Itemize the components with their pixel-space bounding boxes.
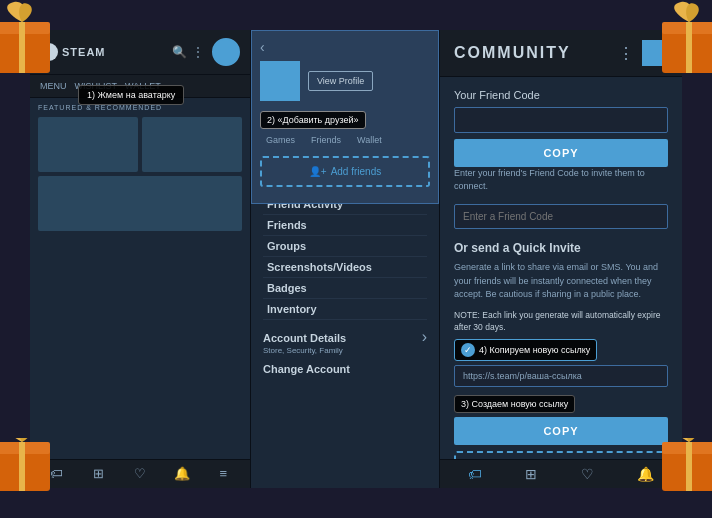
annotation-tooltip-4: ✓ 4) Копируем новую ссылку <box>454 339 597 361</box>
account-sub-label: Store, Security, Family <box>263 346 427 355</box>
nav-account[interactable]: Account Details › Store, Security, Famil… <box>259 324 431 359</box>
ptab-games[interactable]: Games <box>260 133 301 148</box>
community-panel: COMMUNITY ⋮ Your Friend Code COPY Enter … <box>440 30 682 488</box>
add-friends-icon: 👤+ <box>309 166 327 177</box>
featured-images <box>38 117 242 231</box>
bottom-menu-icon[interactable]: ≡ <box>215 466 231 482</box>
menu-item-menu[interactable]: MENU <box>36 79 71 93</box>
main-wrapper: STEAM 🔍 ⋮ MENU WISHLIST WALLET 1) Жмем н… <box>30 30 682 488</box>
friend-code-label: Your Friend Code <box>454 89 668 101</box>
note-prefix: NOTE: Each link <box>454 310 519 320</box>
quick-invite-section: Or send a Quick Invite Generate a link t… <box>454 241 668 459</box>
steam-avatar[interactable] <box>212 38 240 66</box>
annotation-4-text: 4) Копируем новую ссылку <box>479 345 590 355</box>
featured-img-2 <box>142 117 242 172</box>
profile-dropdown: ‹ View Profile 2) «Добавить друзей» Game… <box>251 30 439 204</box>
search-icon[interactable]: 🔍 <box>172 45 186 59</box>
annotation-tooltip-1: 1) Жмем на аватарку <box>78 85 184 105</box>
community-bottom-bar: 🏷 ⊞ ♡ 🔔 <box>440 459 682 488</box>
nav-item-groups[interactable]: Groups <box>263 236 427 257</box>
friend-code-section: Your Friend Code COPY Enter your friend'… <box>454 89 668 229</box>
bottom-tag-icon[interactable]: 🏷 <box>49 466 65 482</box>
annotation-tooltip-3: 3) Создаем новую ссылку <box>454 395 575 413</box>
community-grid-icon[interactable]: ⊞ <box>525 466 537 482</box>
community-avatar[interactable] <box>642 40 668 66</box>
profile-top: View Profile <box>260 61 430 101</box>
nav-item-badges[interactable]: Badges <box>263 278 427 299</box>
ptab-friends[interactable]: Friends <box>305 133 347 148</box>
view-profile-button[interactable]: View Profile <box>308 71 373 91</box>
note-text: NOTE: Each link you generate will automa… <box>454 310 668 334</box>
add-friends-button[interactable]: 👤+ Add friends <box>260 156 430 187</box>
annotation-tooltip-2: 2) «Добавить друзей» <box>260 111 366 129</box>
invite-description: Generate a link to share via email or SM… <box>454 261 668 302</box>
link-url-display: https://s.team/p/ваша-ссылка <box>454 365 668 387</box>
copy-friend-code-button[interactable]: COPY <box>454 139 668 167</box>
featured-section: FEATURED & RECOMMENDED <box>30 98 250 237</box>
nav-item-screenshots[interactable]: Screenshots/Videos <box>263 257 427 278</box>
steam-nav-icons: 🔍 ⋮ <box>172 38 240 66</box>
featured-img-3 <box>38 176 242 231</box>
check-icon: ✓ <box>461 343 475 357</box>
bottom-heart-icon[interactable]: ♡ <box>132 466 148 482</box>
friend-code-input[interactable] <box>454 107 668 133</box>
nav-item-inventory[interactable]: Inventory <box>263 299 427 320</box>
more-icon[interactable]: ⋮ <box>192 45 206 59</box>
copy-link-button[interactable]: COPY <box>454 417 668 445</box>
quick-invite-title: Or send a Quick Invite <box>454 241 668 255</box>
nav-list: Friend Activity Friends Groups Screensho… <box>259 194 431 320</box>
steam-logo-icon <box>40 43 58 61</box>
profile-tabs: Games Friends Wallet <box>260 133 430 148</box>
steam-content: FEATURED & RECOMMENDED <box>30 98 250 459</box>
bottom-grid-icon[interactable]: ⊞ <box>90 466 106 482</box>
account-arrow-icon: › <box>422 328 427 346</box>
community-tag-icon[interactable]: 🏷 <box>468 466 482 482</box>
nav-item-friends[interactable]: Friends <box>263 215 427 236</box>
add-friends-label: Add friends <box>331 166 382 177</box>
community-bell-icon[interactable]: 🔔 <box>637 466 654 482</box>
back-arrow[interactable]: ‹ <box>260 39 430 55</box>
featured-label: FEATURED & RECOMMENDED <box>38 104 242 111</box>
community-more-icon[interactable]: ⋮ <box>618 44 634 63</box>
steam-panel: STEAM 🔍 ⋮ MENU WISHLIST WALLET 1) Жмем н… <box>30 30 250 488</box>
steam-header: STEAM 🔍 ⋮ <box>30 30 250 75</box>
profile-avatar[interactable] <box>260 61 300 101</box>
enter-code-desc: Enter your friend's Friend Code to invit… <box>454 167 668 192</box>
community-title: COMMUNITY <box>454 44 571 62</box>
featured-img-1 <box>38 117 138 172</box>
steam-bottom-bar: 🏷 ⊞ ♡ 🔔 ≡ <box>30 459 250 488</box>
generate-link-button[interactable]: Generate new link <box>454 451 668 459</box>
community-header-right: ⋮ <box>618 40 668 66</box>
bottom-bell-icon[interactable]: 🔔 <box>174 466 190 482</box>
steam-logo-text: STEAM <box>62 46 106 58</box>
ptab-wallet[interactable]: Wallet <box>351 133 388 148</box>
middle-panel: ‹ View Profile 2) «Добавить друзей» Game… <box>250 30 440 488</box>
community-header: COMMUNITY ⋮ <box>440 30 682 77</box>
community-heart-icon[interactable]: ♡ <box>581 466 594 482</box>
account-details-label: Account Details <box>263 332 346 344</box>
steam-logo: STEAM <box>40 43 106 61</box>
change-account-item[interactable]: Change Account <box>259 359 431 379</box>
community-content: Your Friend Code COPY Enter your friend'… <box>440 77 682 459</box>
enter-friend-code-input[interactable] <box>454 204 668 229</box>
